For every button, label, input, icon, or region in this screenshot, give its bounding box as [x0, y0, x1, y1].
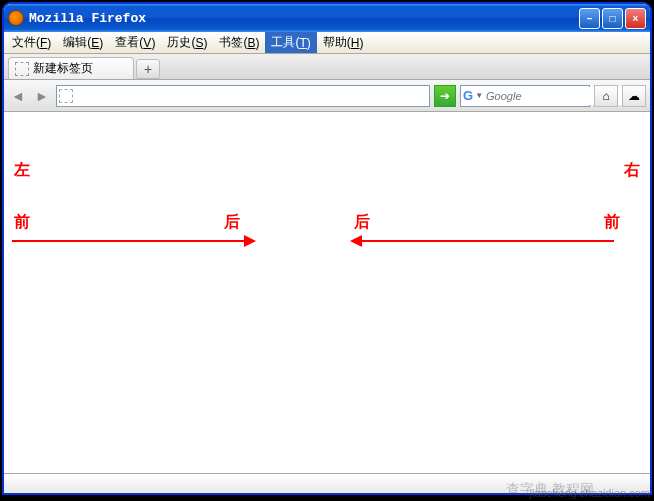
menu-item-b[interactable]: 书签(B) [213, 32, 265, 53]
close-button[interactable]: × [625, 8, 646, 29]
arrow-right-line [362, 240, 614, 242]
page-icon [15, 62, 29, 76]
forward-button[interactable]: ► [32, 86, 52, 106]
menu-item-v[interactable]: 查看(V) [109, 32, 161, 53]
tab-newpage[interactable]: 新建标签页 [8, 57, 134, 79]
menu-item-e[interactable]: 编辑(E) [57, 32, 109, 53]
menubar: 文件(F)编辑(E)查看(V)历史(S)书签(B)工具(T)帮助(H) [4, 32, 650, 54]
google-icon: G [463, 88, 473, 103]
firefox-icon [8, 10, 24, 26]
back-button[interactable]: ◄ [8, 86, 28, 106]
search-engine-dropdown-icon[interactable]: ▼ [475, 91, 483, 100]
label-after-right: 后 [354, 212, 370, 233]
titlebar[interactable]: Mozilla Firefox – □ × [4, 4, 650, 32]
statusbar [4, 473, 650, 493]
label-after-left: 后 [224, 212, 240, 233]
arrow-right-head-icon [350, 235, 362, 247]
label-right: 右 [624, 160, 640, 181]
menu-item-f[interactable]: 文件(F) [6, 32, 57, 53]
search-bar[interactable]: G ▼ [460, 85, 590, 107]
url-input[interactable] [77, 87, 427, 105]
menu-item-s[interactable]: 历史(S) [161, 32, 213, 53]
toolbar: ◄ ► ➔ G ▼ ⌂ ☁ [4, 80, 650, 112]
home-button[interactable]: ⌂ [594, 85, 618, 107]
tab-title: 新建标签页 [33, 60, 93, 77]
new-tab-button[interactable]: + [136, 59, 160, 79]
window-title: Mozilla Firefox [29, 11, 579, 26]
label-before-left: 前 [14, 212, 30, 233]
maximize-button[interactable]: □ [602, 8, 623, 29]
arrow-left-line [12, 240, 244, 242]
arrow-left-head-icon [244, 235, 256, 247]
url-bar[interactable] [56, 85, 430, 107]
label-left: 左 [14, 160, 30, 181]
browser-window: Mozilla Firefox – □ × 文件(F)编辑(E)查看(V)历史(… [3, 3, 651, 494]
go-button[interactable]: ➔ [434, 85, 456, 107]
label-before-right: 前 [604, 212, 620, 233]
menu-item-t[interactable]: 工具(T) [265, 32, 316, 53]
addons-button[interactable]: ☁ [622, 85, 646, 107]
tabstrip: 新建标签页 + [4, 54, 650, 80]
minimize-button[interactable]: – [579, 8, 600, 29]
content-area: 左 右 前 后 后 前 [4, 112, 650, 473]
site-icon [59, 89, 73, 103]
menu-item-h[interactable]: 帮助(H) [317, 32, 370, 53]
